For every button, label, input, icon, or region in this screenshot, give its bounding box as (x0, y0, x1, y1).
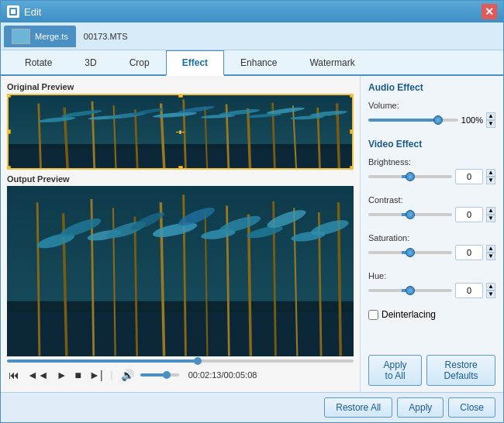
contrast-down[interactable]: ▼ (486, 215, 495, 222)
volume-up[interactable]: ▲ (486, 112, 495, 120)
play-prev-button[interactable]: ◄◄ (26, 367, 50, 383)
hue-thumb[interactable] (406, 286, 415, 295)
crop-handle-bl[interactable] (7, 166, 11, 170)
contrast-thumb[interactable] (406, 210, 415, 219)
tab-effect[interactable]: Effect (166, 50, 224, 76)
contrast-slider-row: ▲ ▼ (368, 207, 495, 222)
saturation-input[interactable] (455, 245, 483, 260)
saturation-thumb[interactable] (406, 248, 415, 257)
brightness-spinner[interactable]: ▲ ▼ (486, 169, 495, 184)
saturation-label: Saturation: (368, 233, 495, 242)
file-item-active[interactable]: Merge.ts (4, 26, 76, 47)
volume-slider[interactable] (140, 373, 179, 377)
saturation-slider[interactable] (368, 251, 452, 254)
deinterlacing-label[interactable]: Deinterlacing (381, 309, 436, 320)
output-preview-label: Output Preview (7, 174, 354, 184)
volume-icon: 🔊 (119, 367, 136, 383)
edit-window: Edit ✕ Merge.ts 00173.MTS Rotate 3D Crop… (0, 0, 504, 423)
restore-all-button[interactable]: Restore All (324, 397, 392, 418)
volume-effect-slider[interactable] (368, 119, 458, 122)
volume-spinner[interactable]: ▲ ▼ (486, 112, 495, 128)
crop-handle-bc[interactable] (178, 166, 183, 170)
close-dialog-button[interactable]: Close (448, 397, 495, 418)
svg-rect-35 (7, 312, 354, 356)
hue-spinner[interactable]: ▲ ▼ (486, 283, 495, 298)
preview-area: Original Preview (1, 76, 360, 392)
brightness-down[interactable]: ▼ (486, 177, 495, 184)
file-name-secondary[interactable]: 00173.MTS (76, 29, 136, 44)
volume-thumb[interactable] (163, 371, 171, 379)
svg-rect-1 (11, 9, 16, 14)
tab-crop[interactable]: Crop (113, 50, 166, 76)
hue-label: Hue: (368, 271, 495, 280)
brightness-up[interactable]: ▲ (486, 169, 495, 177)
crop-handle-br[interactable] (350, 166, 354, 170)
volume-effect-thumb[interactable] (433, 115, 443, 125)
crop-handle-tc[interactable] (178, 94, 183, 98)
tab-rotate[interactable]: Rotate (9, 50, 68, 76)
saturation-down[interactable]: ▼ (486, 253, 495, 260)
original-preview: + (7, 94, 354, 170)
restore-defaults-button[interactable]: Restore Defaults (426, 355, 495, 386)
playback-controls: ⏮ ◄◄ ► ■ ►| | 🔊 00:02:13/00:05:08 (7, 364, 354, 386)
svg-text:+: + (175, 129, 185, 137)
brightness-thumb[interactable] (406, 172, 415, 181)
contrast-param: Contrast: ▲ ▼ (368, 195, 495, 222)
seek-thumb[interactable] (194, 357, 202, 365)
hue-input[interactable] (455, 283, 483, 298)
apply-button[interactable]: Apply (397, 397, 444, 418)
volume-percent: 100% (461, 115, 483, 125)
contrast-spinner[interactable]: ▲ ▼ (486, 207, 495, 222)
crop-handle-mr[interactable] (350, 129, 354, 134)
file-bar: Merge.ts 00173.MTS (1, 22, 503, 50)
output-preview-section: Output Preview (7, 174, 354, 386)
tab-watermark[interactable]: Watermark (293, 50, 371, 76)
volume-slider-row: 100% ▲ ▼ (368, 112, 495, 128)
volume-param: Volume: 100% ▲ ▼ (368, 101, 495, 128)
apply-to-all-button[interactable]: Apply to All (368, 355, 422, 386)
main-content: Original Preview (1, 76, 503, 392)
time-display: 00:02:13/00:05:08 (188, 370, 257, 380)
hue-param: Hue: ▲ ▼ (368, 271, 495, 298)
contrast-up[interactable]: ▲ (486, 207, 495, 215)
deinterlacing-checkbox[interactable] (368, 310, 378, 320)
original-preview-label: Original Preview (7, 82, 354, 91)
step-back-button[interactable]: ⏮ (7, 367, 21, 383)
brightness-param: Brightness: ▲ ▼ (368, 157, 495, 184)
close-button[interactable]: ✕ (482, 4, 497, 19)
stop-button[interactable]: ■ (74, 367, 83, 383)
saturation-slider-row: ▲ ▼ (368, 245, 495, 260)
hue-down[interactable]: ▼ (486, 291, 495, 298)
crop-handle-tr[interactable] (350, 94, 354, 98)
play-next-button[interactable]: ►| (88, 367, 105, 383)
seek-slider[interactable] (7, 359, 354, 363)
tab-enhance[interactable]: Enhance (224, 50, 293, 76)
contrast-input[interactable] (455, 207, 483, 222)
saturation-up[interactable]: ▲ (486, 245, 495, 253)
contrast-slider[interactable] (368, 213, 452, 216)
play-button[interactable]: ► (55, 367, 69, 383)
window-title: Edit (24, 6, 482, 18)
volume-down[interactable]: ▼ (486, 120, 495, 128)
audio-section-title: Audio Effect (368, 82, 495, 93)
title-bar: Edit ✕ (1, 1, 503, 22)
volume-label: Volume: (368, 101, 495, 110)
contrast-label: Contrast: (368, 195, 495, 205)
hue-up[interactable]: ▲ (486, 283, 495, 291)
bottom-bar: Restore All Apply Close (1, 392, 503, 422)
video-section-title: Video Effect (368, 139, 495, 150)
right-panel: Audio Effect Volume: 100% ▲ ▼ Video Effe… (360, 76, 503, 392)
crop-handle-tl[interactable] (7, 94, 11, 98)
tab-3d[interactable]: 3D (68, 50, 112, 76)
saturation-spinner[interactable]: ▲ ▼ (486, 245, 495, 260)
hue-slider[interactable] (368, 289, 452, 292)
crop-handle-ml[interactable] (7, 129, 11, 134)
brightness-input[interactable] (455, 169, 483, 184)
file-name-active: Merge.ts (35, 32, 68, 41)
brightness-label: Brightness: (368, 157, 495, 167)
brightness-slider[interactable] (368, 175, 452, 178)
output-preview (7, 186, 354, 356)
brightness-slider-row: ▲ ▼ (368, 169, 495, 184)
saturation-param: Saturation: ▲ ▼ (368, 233, 495, 260)
file-thumbnail (12, 29, 30, 44)
